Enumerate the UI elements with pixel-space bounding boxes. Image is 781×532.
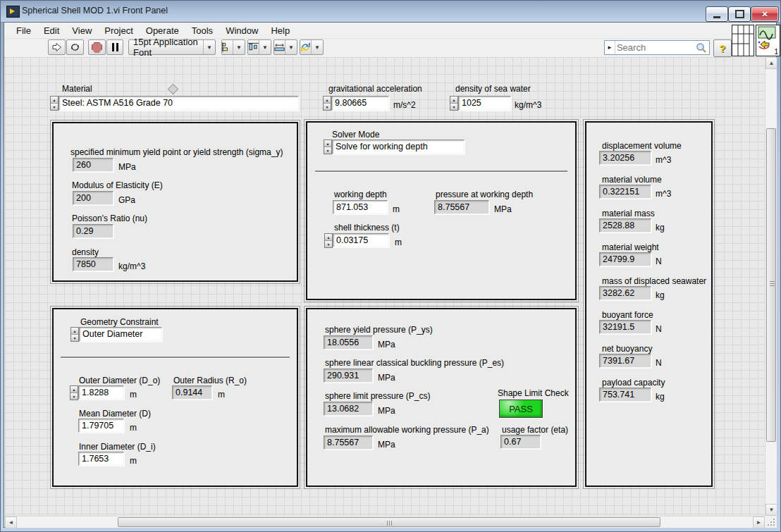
run-continuously-button[interactable]: [66, 39, 84, 55]
outer-diameter-unit: m: [130, 390, 137, 400]
reorder-objects-button[interactable]: ▼: [300, 39, 324, 55]
scroll-up-icon[interactable]: ▲: [765, 57, 777, 69]
vertical-scroll-thumb[interactable]: [766, 128, 776, 442]
increment-arrow-icon[interactable]: ▲: [450, 97, 457, 104]
solver-mode-label: Solver Mode: [332, 130, 379, 140]
menu-tools[interactable]: Tools: [185, 23, 219, 38]
shape-limit-indicator[interactable]: PASS: [499, 400, 543, 418]
yield-strength-unit: MPa: [118, 162, 136, 172]
solver-mode-ring[interactable]: Solve for working depth: [332, 140, 465, 154]
geometry-constraint-increment-decrement[interactable]: ▲▼: [70, 327, 79, 342]
vi-icon-button[interactable]: 1: [756, 25, 780, 56]
font-dropdown-arrow-icon[interactable]: ▼: [203, 40, 215, 54]
close-icon: ✕: [751, 7, 778, 21]
gravity-unit-label: m/s^2: [393, 100, 416, 110]
decrement-arrow-icon[interactable]: ▼: [324, 147, 331, 154]
menu-project[interactable]: Project: [98, 23, 139, 38]
working-depth-control[interactable]: 871.053: [333, 200, 388, 214]
pressure-results-panel: sphere yield pressure (P_ys) 18.0556 MPa…: [306, 308, 577, 487]
geometry-panel: Geometry Constraint ▲▼ Outer Diameter Ou…: [52, 308, 298, 487]
increment-arrow-icon[interactable]: ▲: [70, 386, 78, 393]
yield-pressure-label: sphere yield pressure (P_ys): [325, 325, 433, 335]
resize-objects-button[interactable]: ▼: [273, 39, 297, 55]
shell-thickness-unit: m: [395, 237, 402, 247]
shell-thickness-increment-decrement[interactable]: ▲▼: [324, 233, 333, 248]
minimize-button[interactable]: [706, 6, 728, 22]
align-dropdown-arrow-icon[interactable]: ▼: [233, 40, 245, 54]
reorder-dropdown-arrow-icon[interactable]: ▼: [311, 40, 323, 54]
increment-arrow-icon[interactable]: ▲: [51, 97, 58, 104]
search-box[interactable]: ►: [604, 40, 710, 55]
solver-mode-increment-decrement[interactable]: ▲▼: [324, 140, 332, 154]
yield-strength-indicator: 260: [73, 158, 113, 172]
thumb-grip: [387, 521, 392, 526]
seawater-increment-decrement[interactable]: ▲▼: [450, 96, 458, 111]
working-depth-label: working depth: [334, 190, 387, 199]
inner-diameter-control[interactable]: 1.7653: [78, 452, 124, 466]
increment-arrow-icon[interactable]: ▲: [325, 234, 332, 241]
material-mass-indicator: 2528.88: [599, 218, 651, 233]
search-input[interactable]: [615, 42, 696, 54]
resize-dropdown-arrow-icon[interactable]: ▼: [285, 40, 297, 54]
shell-thickness-control[interactable]: 0.03175: [333, 233, 389, 247]
mean-diameter-control[interactable]: 1.79705: [78, 419, 124, 433]
outer-diameter-increment-decrement[interactable]: ▲▼: [70, 385, 78, 400]
run-button[interactable]: [48, 39, 66, 55]
menu-operate[interactable]: Operate: [140, 23, 185, 38]
gravity-increment-decrement[interactable]: ▲▼: [323, 96, 331, 111]
density-indicator: 7850: [73, 257, 113, 271]
scroll-left-icon[interactable]: ◄: [5, 516, 17, 528]
menu-help[interactable]: Help: [264, 23, 296, 38]
decrement-arrow-icon[interactable]: ▼: [71, 335, 78, 341]
decrement-arrow-icon[interactable]: ▼: [325, 241, 332, 247]
search-scope-arrow-icon[interactable]: ►: [605, 41, 615, 54]
search-magnifier-icon: [696, 42, 707, 54]
distribute-dropdown-arrow-icon[interactable]: ▼: [259, 40, 271, 54]
scroll-right-icon[interactable]: ►: [753, 516, 765, 528]
close-button[interactable]: ✕: [751, 6, 779, 22]
abort-stop-icon: [92, 42, 102, 53]
resize-grip[interactable]: [765, 516, 777, 528]
gravity-control[interactable]: 9.80665: [331, 96, 389, 111]
horizontal-scrollbar[interactable]: ◄ ►: [5, 516, 765, 528]
geometry-constraint-ring[interactable]: Outer Diameter: [79, 327, 162, 342]
increment-arrow-icon[interactable]: ▲: [324, 140, 331, 147]
alignment-grid-icon: [732, 25, 754, 56]
menu-window[interactable]: Window: [219, 23, 264, 38]
material-weight-label: material weight: [602, 242, 659, 252]
decrement-arrow-icon[interactable]: ▼: [51, 104, 58, 110]
decrement-arrow-icon[interactable]: ▼: [70, 393, 78, 400]
yield-strength-label: specified minimum yield point or yield s…: [70, 147, 283, 157]
payload-capacity-indicator: 753.741: [599, 388, 651, 402]
run-arrow-icon: [51, 42, 62, 52]
outer-diameter-control[interactable]: 1.8288: [78, 385, 124, 400]
material-weight-indicator: 24799.9: [599, 252, 651, 266]
title-bar[interactable]: Spherical Shell MOD 1.vi Front Panel ✕: [1, 1, 780, 23]
material-increment-decrement[interactable]: ▲▼: [50, 96, 59, 111]
pause-button[interactable]: [106, 39, 123, 55]
horizontal-scroll-thumb[interactable]: [118, 517, 660, 527]
menu-file[interactable]: File: [10, 23, 37, 38]
font-selector[interactable]: 15pt Application Font ▼: [128, 39, 216, 55]
poisson-label: Poisson's Ratio (nu): [72, 214, 147, 223]
increment-arrow-icon[interactable]: ▲: [71, 328, 78, 335]
maximize-button[interactable]: [728, 6, 751, 22]
align-objects-icon: [222, 42, 233, 52]
distribute-objects-button[interactable]: ▼: [247, 39, 271, 55]
increment-arrow-icon[interactable]: ▲: [324, 97, 331, 104]
abort-button[interactable]: [88, 39, 106, 55]
distribute-objects-icon: [248, 42, 259, 52]
scroll-down-icon[interactable]: ▼: [765, 504, 777, 516]
context-help-button[interactable]: ?: [713, 39, 732, 57]
menu-edit[interactable]: Edit: [37, 23, 66, 38]
decrement-arrow-icon[interactable]: ▼: [450, 104, 457, 110]
menu-view[interactable]: View: [66, 23, 98, 38]
yield-pressure-indicator: 18.0556: [324, 335, 373, 349]
material-ring-control[interactable]: Steel: ASTM A516 Grade 70: [59, 96, 299, 111]
decrement-arrow-icon[interactable]: ▼: [324, 104, 331, 110]
seawater-density-control[interactable]: 1025: [458, 96, 511, 111]
outer-diameter-label: Outer Diameter (D_o): [79, 376, 160, 385]
vertical-scrollbar[interactable]: ▲ ▼: [765, 57, 777, 516]
align-objects-button[interactable]: ▼: [221, 39, 245, 55]
alignment-grid-button[interactable]: [732, 25, 754, 56]
